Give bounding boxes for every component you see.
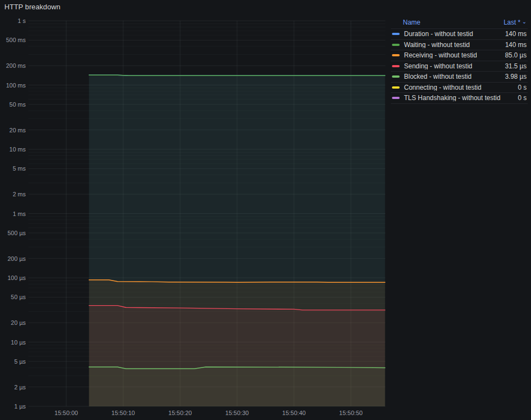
y-axis-tick-label: 10 ms bbox=[9, 146, 26, 153]
legend-row[interactable]: Connecting - without testid0 s bbox=[391, 83, 528, 94]
legend-sort-label: Last * bbox=[504, 19, 521, 26]
legend-series-value: 85.0 µs bbox=[505, 52, 527, 59]
y-axis-tick-label: 1 s bbox=[18, 18, 26, 24]
legend-series-label: Connecting - without testid bbox=[404, 84, 481, 91]
y-axis-tick-label: 100 µs bbox=[8, 275, 26, 281]
series-color-indicator bbox=[392, 86, 400, 89]
y-axis-tick-label: 500 ms bbox=[6, 37, 26, 43]
legend-series-value: 3.98 µs bbox=[505, 73, 527, 80]
series-color-indicator bbox=[392, 44, 400, 46]
legend-rows: Duration - without testid140 msWaiting -… bbox=[391, 29, 528, 104]
y-axis-tick-label: 2 µs bbox=[14, 384, 26, 390]
legend-row[interactable]: Waiting - without testid140 ms bbox=[391, 40, 528, 51]
legend-series-label: Duration - without testid bbox=[404, 31, 473, 37]
legend-series-value: 0 s bbox=[518, 95, 527, 101]
legend-name-header[interactable]: Name bbox=[403, 19, 420, 26]
y-axis-tick-label: 50 µs bbox=[11, 294, 26, 300]
legend-series-label: TLS Handshaking - without testid bbox=[404, 95, 500, 101]
legend-series-value: 140 ms bbox=[505, 42, 527, 48]
chart-plot-area[interactable] bbox=[28, 21, 385, 406]
legend-table: Name Last * ⌄ Duration - without testid1… bbox=[391, 18, 528, 104]
x-axis-tick-label: 15:50:20 bbox=[169, 410, 192, 416]
legend-series-value: 31.5 µs bbox=[505, 63, 527, 69]
legend-row[interactable]: Receiving - without testid85.0 µs bbox=[391, 50, 528, 61]
y-axis-tick-label: 5 µs bbox=[14, 358, 26, 365]
legend-row[interactable]: TLS Handshaking - without testid0 s bbox=[391, 93, 528, 104]
legend-sort-header[interactable]: Last * ⌄ bbox=[504, 19, 527, 26]
y-axis-tick-label: 1 ms bbox=[13, 211, 26, 217]
x-axis-tick-label: 15:50:10 bbox=[112, 410, 135, 416]
legend-series-label: Blocked - without testid bbox=[404, 73, 471, 80]
y-axis-tick-label: 500 µs bbox=[8, 230, 26, 236]
y-axis-tick-label: 100 ms bbox=[6, 82, 26, 89]
series-color-indicator bbox=[392, 33, 400, 35]
y-axis-tick-label: 2 ms bbox=[13, 191, 26, 197]
y-axis-tick-label: 1 µs bbox=[14, 403, 26, 410]
series-color-indicator bbox=[392, 97, 400, 99]
x-axis-tick-label: 15:50:40 bbox=[282, 410, 306, 416]
legend-header: Name Last * ⌄ bbox=[391, 18, 528, 29]
legend-row[interactable]: Duration - without testid140 ms bbox=[391, 29, 528, 40]
legend-series-label: Waiting - without testid bbox=[404, 42, 470, 48]
series-color-indicator bbox=[392, 75, 400, 78]
legend-series-value: 140 ms bbox=[505, 31, 527, 37]
legend-series-label: Sending - without testid bbox=[404, 63, 472, 69]
y-axis-tick-label: 50 ms bbox=[9, 101, 26, 108]
y-axis-tick-label: 20 µs bbox=[11, 319, 26, 326]
x-axis-tick-label: 15:50:30 bbox=[226, 410, 249, 416]
series-color-indicator bbox=[392, 65, 400, 67]
x-axis-tick-label: 15:50:00 bbox=[55, 410, 78, 416]
chevron-down-icon: ⌄ bbox=[522, 19, 527, 25]
legend-series-value: 0 s bbox=[518, 84, 527, 91]
y-axis-tick-label: 10 µs bbox=[11, 339, 26, 346]
y-axis-tick-label: 5 ms bbox=[13, 165, 26, 172]
legend-row[interactable]: Blocked - without testid3.98 µs bbox=[391, 72, 528, 83]
x-axis-tick-label: 15:50:50 bbox=[339, 410, 363, 416]
series-color-indicator bbox=[392, 54, 400, 56]
legend-row[interactable]: Sending - without testid31.5 µs bbox=[391, 61, 528, 72]
y-axis-tick-label: 20 ms bbox=[9, 127, 26, 133]
y-axis-tick-label: 200 ms bbox=[6, 62, 26, 69]
y-axis-tick-label: 200 µs bbox=[8, 255, 26, 262]
legend-series-label: Receiving - without testid bbox=[404, 52, 477, 59]
